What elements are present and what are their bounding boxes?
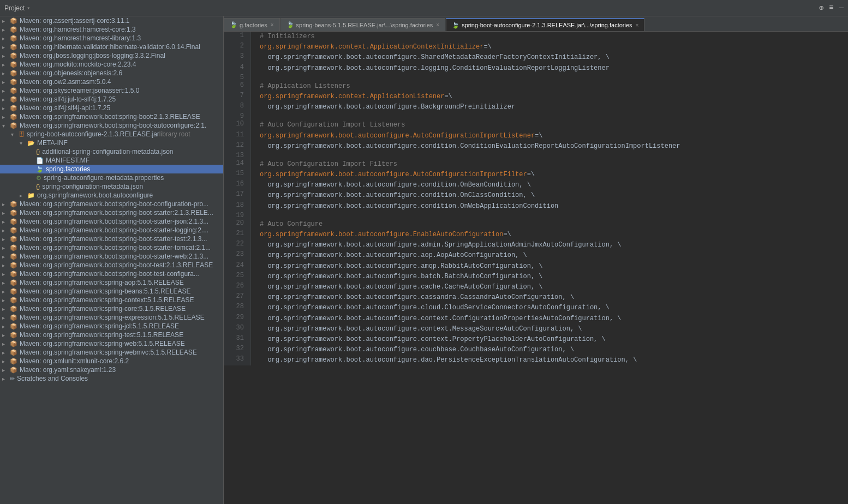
code-line: 16 org.springframework.boot.autoconfigur…	[224, 180, 848, 190]
tab-close-button[interactable]: ×	[636, 22, 639, 28]
tree-arrow[interactable]: ▸	[2, 114, 9, 120]
tree-arrow[interactable]: ▸	[2, 306, 9, 312]
tree-arrow[interactable]: ▸	[2, 236, 9, 242]
tree-arrow[interactable]: ▸	[2, 105, 9, 111]
tree-arrow[interactable]: ▸	[2, 341, 9, 347]
sidebar-item[interactable]: ▸📦Maven: org.mockito:mockito-core:2.23.4	[0, 60, 223, 69]
sidebar-item[interactable]: ▸📦Maven: org.yaml:snakeyaml:1.23	[0, 365, 223, 374]
sidebar-item[interactable]: ▸📦Maven: org.springframework.boot:spring…	[0, 226, 223, 235]
sidebar-item[interactable]: ▸📦Maven: org.springframework:spring-test…	[0, 331, 223, 339]
code-line: 15org.springframework.boot.autoconfigure…	[224, 170, 848, 180]
sidebar-item[interactable]: {}additional-spring-configuration-metada…	[0, 147, 223, 156]
sidebar-item[interactable]: 🍃spring.factories	[0, 165, 223, 173]
tree-arrow[interactable]: ▸	[2, 245, 9, 251]
sidebar-item[interactable]: ▸📦Maven: org.hamcrest:hamcrest-core:1.3	[0, 25, 223, 34]
editor-tab[interactable]: 🍃spring-boot-autoconfigure-2.1.3.RELEASE…	[446, 18, 644, 31]
settings-icon[interactable]: ≡	[829, 3, 833, 13]
line-content: org.springframework.boot.autoconfigure.S…	[251, 52, 848, 63]
editor-tab[interactable]: 🍃spring-beans-5.1.5.RELEASE.jar\...\spri…	[280, 18, 446, 31]
tree-arrow[interactable]: ▸	[2, 18, 9, 24]
sidebar-item[interactable]: ▸📦Maven: org.jboss.logging:jboss-logging…	[0, 51, 223, 60]
sidebar-item[interactable]: ▸📦Maven: org.springframework:spring-web:…	[0, 339, 223, 348]
sidebar-item[interactable]: ▸📦Maven: org.springframework.boot:spring…	[0, 243, 223, 252]
sidebar-item[interactable]: ▸📦Maven: org.xmlunit:xmlunit-core:2.6.2	[0, 357, 223, 365]
project-title[interactable]: Project	[4, 4, 25, 12]
tree-arrow[interactable]: ▾	[11, 131, 17, 137]
tree-arrow[interactable]: ▸	[2, 53, 9, 59]
sidebar-item[interactable]: {}spring-configuration-metadata.json	[0, 182, 223, 191]
sidebar-item[interactable]: 📄MANIFEST.MF	[0, 156, 223, 165]
maven-icon: 📦	[10, 305, 17, 313]
add-icon[interactable]: ⊕	[819, 3, 823, 13]
sidebar-item[interactable]: ▸📦Maven: org.springframework.boot:spring…	[0, 235, 223, 243]
sidebar-item[interactable]: ▸📦Maven: org.springframework.boot:spring…	[0, 261, 223, 269]
gear-icon[interactable]: —	[839, 3, 844, 13]
tree-arrow[interactable]: ▸	[2, 44, 9, 50]
tree-arrow[interactable]: ▸	[2, 271, 9, 277]
line-number: 19	[224, 212, 251, 219]
tree-arrow[interactable]: ▸	[2, 280, 9, 286]
sidebar-item[interactable]: ▾📦Maven: org.springframework.boot:spring…	[0, 121, 223, 130]
tree-item-label: Maven: org.springframework.boot:spring-b…	[20, 244, 211, 251]
tree-arrow[interactable]: ▸	[2, 254, 9, 260]
sidebar-item[interactable]: ▸📦Maven: org.springframework:spring-jcl:…	[0, 322, 223, 331]
tree-arrow[interactable]: ▸	[2, 79, 9, 85]
tree-arrow[interactable]: ▸	[20, 193, 26, 199]
sidebar-item[interactable]: ▸📦Maven: org.hamcrest:hamcrest-library:1…	[0, 34, 223, 43]
sidebar-item[interactable]: ▸✏Scratches and Consoles	[0, 374, 223, 383]
sidebar-item[interactable]: ▸📦Maven: org.hibernate.validator:hiberna…	[0, 43, 223, 51]
tree-arrow[interactable]: ▸	[2, 323, 9, 329]
sidebar-item[interactable]: ⚙spring-autoconfigure-metadata.propertie…	[0, 173, 223, 182]
sidebar-item[interactable]: ▸📦Maven: org.springframework.boot:spring…	[0, 208, 223, 217]
tree-arrow[interactable]: ▸	[2, 35, 9, 41]
sidebar-item[interactable]: ▸📦Maven: org.springframework.boot:spring…	[0, 112, 223, 121]
tree-arrow[interactable]: ▸	[2, 201, 9, 207]
tree-arrow[interactable]: ▸	[2, 367, 9, 373]
tree-arrow[interactable]: ▸	[2, 62, 9, 68]
sidebar-item[interactable]: ▸📦Maven: org.springframework:spring-bean…	[0, 287, 223, 296]
sidebar-item[interactable]: ▸📦Maven: org.objenesis:objenesis:2.6	[0, 69, 223, 77]
sidebar-item[interactable]: ▾🗄spring-boot-autoconfigure-2.1.3.RELEAS…	[0, 130, 223, 139]
sidebar-item[interactable]: ▸📦Maven: org.springframework:spring-core…	[0, 304, 223, 313]
tree-arrow[interactable]: ▸	[2, 315, 9, 321]
maven-icon: 📦	[10, 78, 17, 86]
tree-arrow[interactable]: ▸	[2, 88, 9, 94]
sidebar-item[interactable]: ▸📦Maven: org.springframework:spring-cont…	[0, 296, 223, 304]
sidebar-item[interactable]: ▸📦Maven: org.springframework.boot:spring…	[0, 217, 223, 226]
sidebar-item[interactable]: ▸📁org.springframework.boot.autoconfigure	[0, 191, 223, 200]
tree-arrow[interactable]: ▸	[2, 70, 9, 76]
dropdown-arrow[interactable]: ▾	[27, 5, 30, 11]
sidebar-item[interactable]: ▸📦Maven: org.springframework.boot:spring…	[0, 200, 223, 208]
tree-arrow[interactable]: ▸	[2, 27, 9, 33]
tree-arrow[interactable]: ▾	[2, 123, 9, 129]
sidebar-item[interactable]: ▸📦Maven: org.springframework.boot:spring…	[0, 269, 223, 278]
tree-arrow[interactable]: ▸	[2, 297, 9, 303]
tab-close-button[interactable]: ×	[436, 22, 439, 28]
tree-arrow[interactable]: ▾	[20, 140, 26, 146]
tree-arrow[interactable]: ▸	[2, 289, 9, 295]
sidebar-item[interactable]: ▸📦Maven: org.assertj:assertj-core:3.11.1	[0, 16, 223, 25]
sidebar-item[interactable]: ▸📦Maven: org.slf4j:slf4j-api:1.7.25	[0, 104, 223, 112]
tree-arrow[interactable]: ▸	[2, 332, 9, 338]
sidebar-item[interactable]: ▸📦Maven: org.slf4j:jul-to-slf4j:1.7.25	[0, 95, 223, 104]
line-number: 4	[224, 63, 251, 74]
line-content: # Auto Configuration Import Filters	[251, 159, 848, 170]
sidebar-item[interactable]: ▸📦Maven: org.springframework:spring-webm…	[0, 348, 223, 357]
tree-arrow[interactable]: ▸	[2, 350, 9, 356]
sidebar-item[interactable]: ▸📦Maven: org.ow2.asm:asm:5.0.4	[0, 77, 223, 86]
sidebar-item[interactable]: ▸📦Maven: org.skyscreamer:jsonassert:1.5.…	[0, 86, 223, 95]
sidebar-item[interactable]: ▾📂META-INF	[0, 139, 223, 147]
tab-close-button[interactable]: ×	[271, 22, 274, 28]
sidebar-item[interactable]: ▸📦Maven: org.springframework.boot:spring…	[0, 252, 223, 261]
tree-arrow[interactable]: ▸	[2, 210, 9, 216]
tree-arrow[interactable]: ▸	[2, 358, 9, 364]
sidebar-item[interactable]: ▸📦Maven: org.springframework:spring-expr…	[0, 313, 223, 322]
tree-arrow[interactable]: ▸	[2, 227, 9, 233]
tree-arrow[interactable]: ▸	[2, 219, 9, 225]
tree-arrow[interactable]: ▸	[2, 97, 9, 103]
editor-tab[interactable]: 🍃g.factories×	[224, 18, 280, 31]
tree-arrow[interactable]: ▸	[2, 376, 9, 382]
sidebar-item[interactable]: ▸📦Maven: org.springframework:spring-aop:…	[0, 278, 223, 287]
code-editor[interactable]: 1# Initializers2org.springframework.cont…	[224, 32, 848, 504]
tree-arrow[interactable]: ▸	[2, 262, 9, 268]
